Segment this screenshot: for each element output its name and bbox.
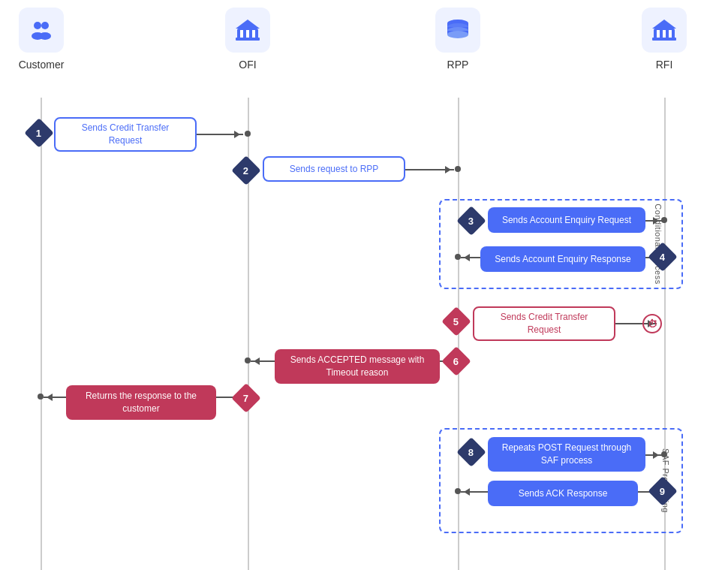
arrow-8 bbox=[645, 454, 662, 456]
participant-rfi: RFI bbox=[638, 8, 690, 71]
msg-2: Sends request to RPP bbox=[263, 156, 405, 182]
msg-3: Sends Account Enquiry Request bbox=[488, 207, 645, 233]
dot-4-rpp bbox=[455, 254, 461, 260]
svg-rect-20 bbox=[657, 30, 660, 38]
msg-4: Sends Account Enquiry Response bbox=[480, 246, 645, 272]
participant-ofi: OFI bbox=[221, 8, 274, 71]
badge-5: 5 bbox=[441, 306, 471, 336]
rpp-label: RPP bbox=[447, 59, 469, 71]
svg-rect-9 bbox=[252, 30, 255, 38]
lifeline-customer bbox=[41, 98, 42, 570]
rfi-icon bbox=[642, 8, 687, 53]
dot-9-rpp bbox=[455, 488, 461, 494]
arrow-2 bbox=[405, 169, 454, 170]
svg-rect-5 bbox=[236, 38, 260, 41]
badge-1: 1 bbox=[24, 118, 54, 148]
msg-5: Sends Credit Transfer Request bbox=[473, 306, 615, 341]
dot-8 bbox=[661, 451, 667, 457]
participant-rpp: RPP bbox=[432, 8, 484, 71]
dot-1 bbox=[245, 131, 251, 137]
participant-customer: Customer bbox=[8, 8, 75, 71]
svg-point-3 bbox=[39, 32, 51, 40]
svg-marker-19 bbox=[652, 20, 676, 29]
svg-rect-7 bbox=[240, 30, 243, 38]
svg-point-0 bbox=[34, 22, 41, 29]
dot-2 bbox=[455, 166, 461, 172]
dot-6 bbox=[245, 357, 251, 363]
badge-6: 6 bbox=[441, 346, 471, 376]
ofi-label: OFI bbox=[239, 59, 256, 71]
msg-7: Returns the response to the customer bbox=[66, 385, 216, 420]
dot-7 bbox=[38, 394, 44, 400]
arrow-3 bbox=[645, 220, 662, 222]
customer-icon bbox=[19, 8, 64, 53]
dot-3 bbox=[661, 217, 667, 223]
msg-8: Repeats POST Request through SAF process bbox=[488, 437, 645, 472]
svg-point-1 bbox=[41, 22, 49, 29]
timeout-icon: ⏱ bbox=[642, 314, 662, 333]
customer-label: Customer bbox=[19, 59, 65, 71]
ofi-icon bbox=[225, 8, 270, 53]
rfi-label: RFI bbox=[656, 59, 673, 71]
svg-rect-8 bbox=[246, 30, 249, 38]
svg-point-16 bbox=[447, 31, 468, 38]
svg-rect-22 bbox=[669, 30, 672, 38]
msg-1: Sends Credit Transfer Request bbox=[54, 117, 197, 152]
badge-2: 2 bbox=[231, 155, 261, 185]
svg-marker-6 bbox=[236, 20, 260, 29]
arrow-1 bbox=[197, 134, 243, 135]
diagram-container: Customer OFI bbox=[0, 0, 728, 570]
msg-6: Sends ACCEPTED message with Timeout reas… bbox=[275, 349, 440, 384]
rpp-icon bbox=[435, 8, 480, 53]
svg-rect-18 bbox=[652, 38, 676, 41]
badge-7: 7 bbox=[231, 383, 261, 413]
msg-9: Sends ACK Response bbox=[488, 481, 638, 506]
svg-rect-21 bbox=[663, 30, 666, 38]
